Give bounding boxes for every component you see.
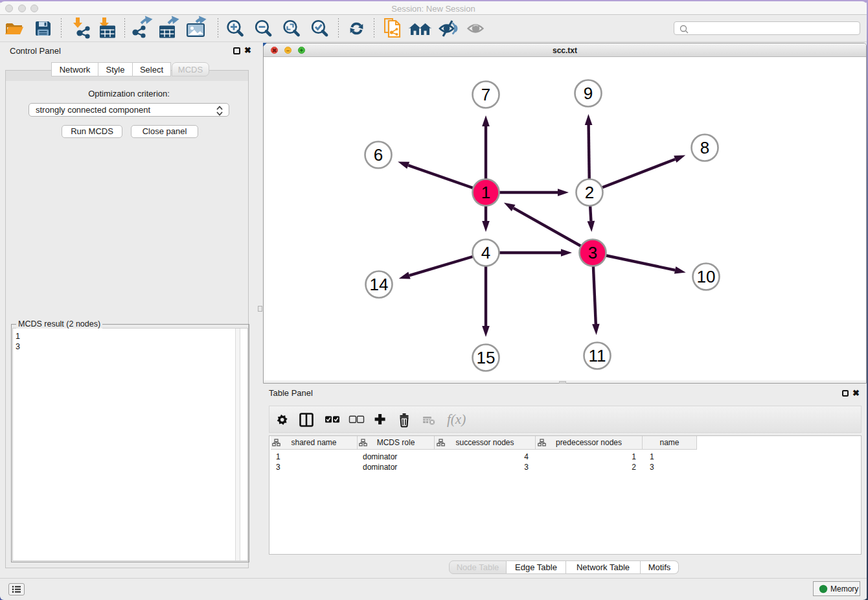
svg-text:1: 1 <box>481 183 490 202</box>
svg-text:10: 10 <box>697 267 716 286</box>
svg-text:9: 9 <box>584 84 593 103</box>
svg-text:14: 14 <box>370 275 389 294</box>
svg-text:4: 4 <box>481 243 490 262</box>
svg-text:15: 15 <box>477 348 496 367</box>
svg-text:7: 7 <box>481 85 490 104</box>
svg-text:11: 11 <box>589 346 606 365</box>
svg-text:f(x): f(x) <box>447 411 466 427</box>
svg-text:3: 3 <box>588 243 597 262</box>
svg-text:8: 8 <box>700 138 709 157</box>
svg-text:6: 6 <box>374 145 383 165</box>
svg-text:2: 2 <box>585 183 594 202</box>
